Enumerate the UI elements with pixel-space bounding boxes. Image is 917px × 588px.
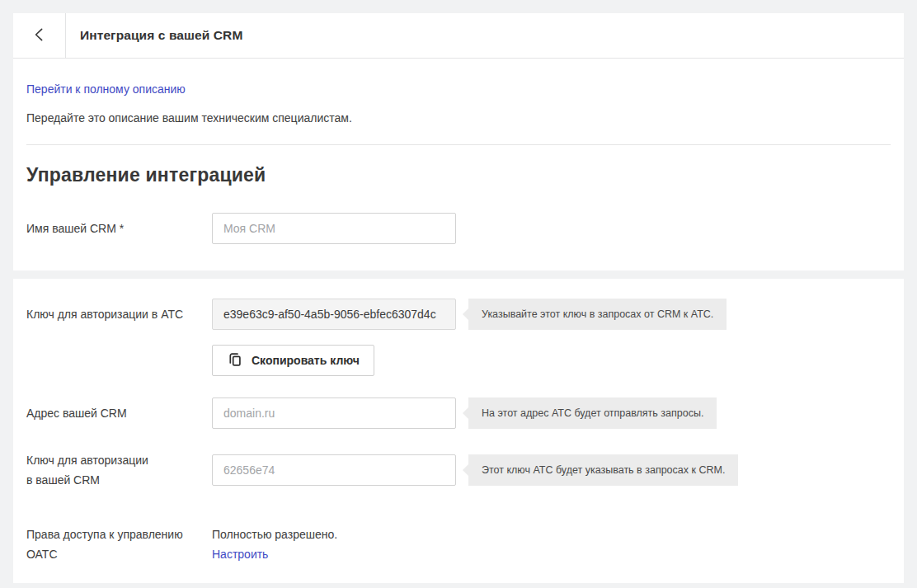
permissions-label-line1: Права доступа к управлению (26, 524, 212, 544)
crm-key-row: Ключ для авторизации в вашей CRM Этот кл… (26, 450, 891, 490)
crm-name-row: Имя вашей CRM * (26, 213, 891, 244)
atc-key-row: Ключ для авторизации в АТС Указывайте эт… (26, 299, 891, 330)
crm-address-hint: На этот адрес АТС будет отправлять запро… (468, 397, 717, 429)
crm-key-input[interactable] (212, 454, 456, 486)
settings-card: Ключ для авторизации в АТС Указывайте эт… (13, 279, 904, 583)
crm-name-input[interactable] (212, 213, 456, 244)
crm-key-label-line1: Ключ для авторизации (26, 450, 212, 470)
section-title: Управление интеграцией (26, 164, 891, 186)
atc-key-label: Ключ для авторизации в АТС (26, 304, 212, 324)
copy-key-button-label: Скопировать ключ (252, 354, 360, 367)
crm-address-input[interactable] (212, 397, 456, 429)
permissions-row: Права доступа к управлению ОАТС Полность… (26, 524, 891, 564)
crm-key-label: Ключ для авторизации в вашей CRM (26, 450, 212, 490)
permissions-configure-link[interactable]: Настроить (212, 544, 268, 564)
permissions-label-line2: ОАТС (26, 544, 212, 564)
page-title: Интеграция с вашей CRM (66, 13, 242, 58)
crm-key-label-line2: в вашей CRM (26, 470, 212, 490)
atc-key-input[interactable] (212, 299, 456, 330)
copy-key-row: Скопировать ключ (26, 345, 891, 376)
crm-key-hint: Этот ключ АТС будет указывать в запросах… (468, 454, 738, 486)
page-header: Интеграция с вашей CRM (13, 13, 904, 59)
crm-address-label: Адрес вашей CRM (26, 403, 212, 423)
permissions-status: Полностью разрешено. (212, 524, 337, 544)
crm-address-row: Адрес вашей CRM На этот адрес АТС будет … (26, 397, 891, 429)
integration-card: Интеграция с вашей CRM Перейти к полному… (13, 13, 904, 270)
intro-description: Передайте это описание вашим техническим… (26, 111, 891, 125)
copy-key-button[interactable]: Скопировать ключ (212, 345, 374, 376)
section-divider (26, 144, 891, 145)
copy-icon (227, 351, 243, 370)
permissions-value-block: Полностью разрешено. Настроить (212, 524, 337, 564)
atc-key-hint: Указывайте этот ключ в запросах от CRM к… (468, 299, 727, 330)
chevron-left-icon (31, 26, 49, 46)
back-button[interactable] (13, 13, 66, 58)
crm-name-label: Имя вашей CRM * (26, 219, 212, 238)
full-description-link[interactable]: Перейти к полному описанию (26, 82, 186, 96)
permissions-label: Права доступа к управлению ОАТС (26, 524, 212, 564)
